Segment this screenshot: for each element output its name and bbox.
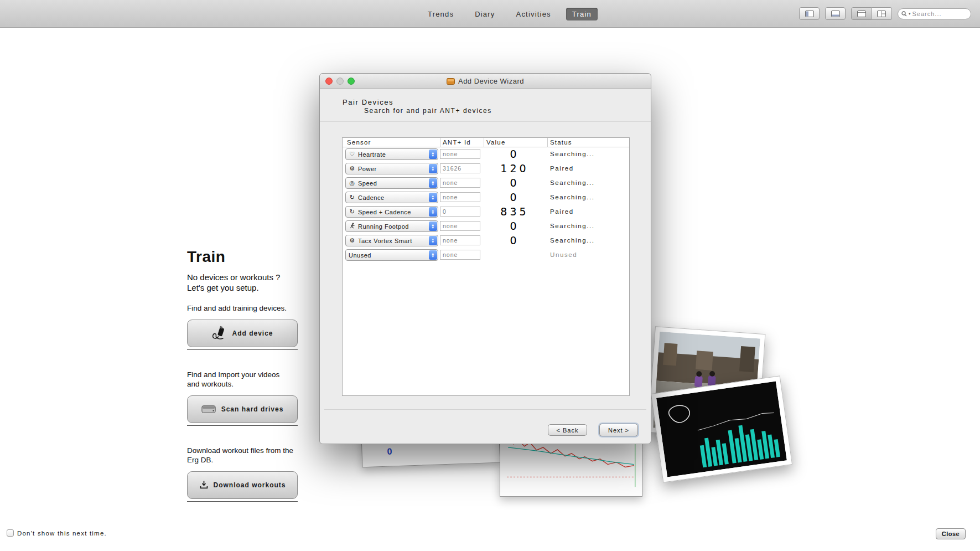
sensor-status: Unused <box>550 251 577 258</box>
sensor-dropdown-heartrate[interactable]: ♡ Heartrate ▲▼ <box>345 148 438 160</box>
add-devices-hint: Find and add training devices. <box>187 304 303 313</box>
ant-stick-icon <box>211 326 227 341</box>
sensor-dropdown-cadence[interactable]: ↻ Cadence ▲▼ <box>345 192 438 203</box>
sensor-value: 0 <box>482 220 547 232</box>
wizard-app-icon <box>447 78 455 85</box>
sensor-dropdown-unused[interactable]: Unused ▲▼ <box>345 249 438 261</box>
download-workouts-label: Download workouts <box>214 481 286 489</box>
tiled-view-button[interactable] <box>872 7 892 20</box>
sensor-label: Unused <box>349 252 371 259</box>
sensor-dropdown-speed[interactable]: ◎ Speed ▲▼ <box>345 177 438 189</box>
divider <box>320 121 651 122</box>
ant-id-field[interactable]: none <box>440 192 480 202</box>
sensor-value: 835 <box>482 205 547 218</box>
stepper-icon: ▲▼ <box>429 150 437 159</box>
runner-icon <box>349 223 356 230</box>
table-row: Unused ▲▼ none Unused <box>343 249 630 261</box>
search-field: ▾ <box>898 8 971 19</box>
sensor-value: 120 <box>482 162 547 174</box>
sensor-label: Running Footpod <box>358 223 409 230</box>
add-device-button[interactable]: Add device <box>187 320 298 347</box>
divider <box>187 349 298 350</box>
sensor-status: Searching... <box>550 194 595 200</box>
ant-id-field[interactable]: none <box>440 221 480 231</box>
stepper-icon: ▲▼ <box>429 178 437 188</box>
divider <box>187 425 298 426</box>
sensor-value: 0 <box>482 234 547 246</box>
search-icon <box>901 11 907 17</box>
ant-id-field[interactable]: none <box>440 250 480 260</box>
sensor-status: Searching... <box>550 223 595 229</box>
bottom-panel-toggle-button[interactable] <box>825 7 846 20</box>
background-photo-equalizer <box>651 375 792 482</box>
scan-hard-drives-label: Scan hard drives <box>221 405 284 413</box>
table-row: ↻ Cadence ▲▼ none 0 Searching... <box>343 192 630 204</box>
divider <box>324 409 646 410</box>
table-row: ♡ Heartrate ▲▼ none 0 Searching... <box>343 148 630 161</box>
tiled-windows-icon <box>877 11 886 17</box>
sensor-dropdown-tacx-vortex[interactable]: ⚙ Tacx Vortex Smart ▲▼ <box>345 235 438 246</box>
dont-show-checkbox[interactable] <box>7 529 14 537</box>
rotate-icon: ↻ <box>349 194 356 201</box>
sensor-status: Paired <box>550 208 574 215</box>
stepper-icon: ▲▼ <box>429 164 437 173</box>
view-segmented-control <box>851 7 892 20</box>
train-lead-text: No devices or workouts ? Let's get you s… <box>187 272 303 293</box>
download-workouts-button[interactable]: Download workouts <box>187 471 298 499</box>
ant-id-field[interactable]: none <box>440 178 480 188</box>
single-window-icon <box>857 11 866 17</box>
tab-trends[interactable]: Trends <box>422 8 460 20</box>
sensor-dropdown-running-footpod[interactable]: Running Footpod ▲▼ <box>345 220 438 232</box>
ant-id-field[interactable]: none <box>440 149 480 159</box>
minimize-window-button[interactable] <box>336 78 344 85</box>
sensor-value: 0 <box>482 148 547 160</box>
back-button[interactable]: < Back <box>548 424 587 436</box>
sensor-dropdown-power[interactable]: ⚙ Power ▲▼ <box>345 163 438 174</box>
stepper-icon: ▲▼ <box>429 250 437 260</box>
sensor-value: 0 <box>482 177 547 189</box>
tab-activities[interactable]: Activities <box>510 8 557 20</box>
dont-show-option: Don't show this next time. <box>7 529 107 537</box>
sensor-status: Paired <box>550 165 574 172</box>
ant-id-field[interactable]: 0 <box>440 207 480 217</box>
wizard-subheading: Search for and pair ANT+ devices <box>364 107 492 115</box>
next-button[interactable]: Next > <box>599 424 638 436</box>
search-scope-chevron-icon: ▾ <box>909 12 911 16</box>
ant-id-field[interactable]: 31626 <box>440 163 480 173</box>
search-input[interactable] <box>912 11 963 17</box>
close-button[interactable]: Close <box>936 528 966 539</box>
column-header-status: Status <box>550 139 572 146</box>
bottom-panel-icon <box>831 11 840 17</box>
train-setup-panel: Train No devices or workouts ? Let's get… <box>187 248 303 502</box>
add-device-wizard-dialog: Add Device Wizard Pair Devices Search fo… <box>319 73 651 444</box>
column-separator <box>484 138 484 147</box>
stepper-icon: ▲▼ <box>429 236 437 245</box>
add-device-label: Add device <box>232 329 273 337</box>
sensor-dropdown-speed-cadence[interactable]: ↻ Speed + Cadence ▲▼ <box>345 206 438 218</box>
wizard-window-title: Add Device Wizard <box>458 77 524 85</box>
window-controls <box>325 78 355 85</box>
toolbar-right-group: ▾ <box>799 7 971 20</box>
sensor-status: Searching... <box>550 151 595 157</box>
scan-hard-drives-button[interactable]: Scan hard drives <box>187 395 298 423</box>
column-separator <box>547 138 548 147</box>
close-window-button[interactable] <box>325 78 333 85</box>
zoom-window-button[interactable] <box>348 78 355 85</box>
sidebar-toggle-button[interactable] <box>799 7 820 20</box>
tab-train[interactable]: Train <box>566 8 598 20</box>
single-view-button[interactable] <box>851 7 872 20</box>
ant-id-field[interactable]: none <box>440 235 480 245</box>
wizard-titlebar[interactable]: Add Device Wizard <box>320 74 651 89</box>
table-row: ⚙ Tacx Vortex Smart ▲▼ none 0 Searching.… <box>343 235 630 247</box>
wizard-heading: Pair Devices <box>343 98 393 106</box>
sensor-status: Searching... <box>550 237 595 244</box>
sensor-label: Speed + Cadence <box>358 209 411 215</box>
column-header-sensor: Sensor <box>347 139 371 146</box>
sensor-label: Cadence <box>358 194 385 201</box>
table-row: Running Footpod ▲▼ none 0 Searching... <box>343 220 630 233</box>
sensor-label: Heartrate <box>358 151 386 158</box>
sensor-label: Power <box>358 166 377 172</box>
tab-diary[interactable]: Diary <box>469 8 501 20</box>
column-header-ant-id: ANT+ Id <box>443 139 471 146</box>
sensor-status: Searching... <box>550 179 595 186</box>
